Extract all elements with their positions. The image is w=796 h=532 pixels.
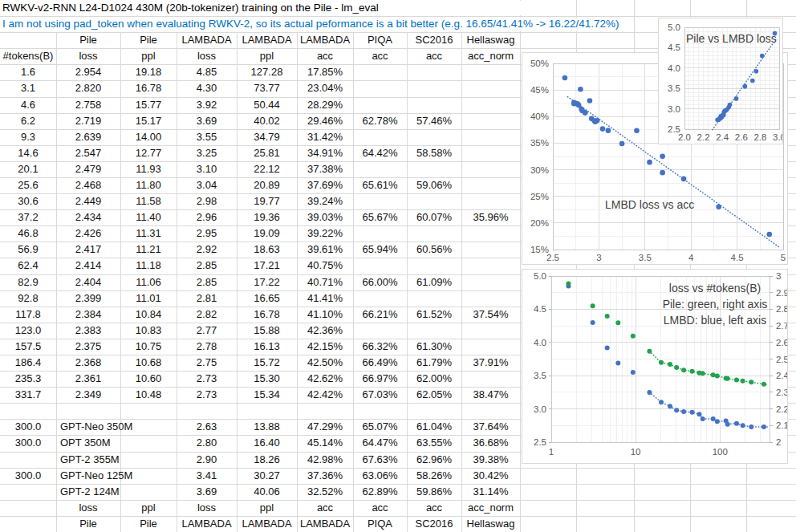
table-cell[interactable]: 123.0 — [0, 323, 56, 339]
table-cell[interactable]: 11.93 — [120, 161, 177, 177]
table-cell[interactable]: 16.13 — [237, 339, 297, 355]
table-cell[interactable]: 39.03% — [297, 209, 353, 225]
table-cell[interactable]: 28.29% — [297, 97, 353, 113]
table-cell[interactable]: 2.383 — [56, 323, 120, 339]
table-cell[interactable]: 2.820 — [56, 80, 120, 96]
table-cell[interactable]: 16.78 — [237, 307, 297, 323]
table-cell[interactable]: 3.55 — [177, 129, 237, 145]
table-cell[interactable]: 63.06% — [353, 468, 407, 484]
table-cell[interactable]: 42.98% — [297, 452, 353, 468]
table-cell[interactable]: 40.71% — [297, 274, 353, 290]
table-cell[interactable]: 11.06 — [120, 274, 177, 290]
table-cell[interactable]: 235.3 — [0, 371, 56, 387]
table-cell[interactable]: OPT 350M — [56, 435, 181, 451]
table-cell[interactable]: acc — [407, 48, 461, 64]
table-cell[interactable]: 3.10 — [177, 161, 237, 177]
table-cell[interactable]: 2.85 — [177, 274, 237, 290]
table-cell[interactable]: 11.21 — [120, 242, 177, 258]
table-cell[interactable]: 32.52% — [297, 484, 353, 500]
table-cell[interactable]: 2.719 — [56, 113, 120, 129]
table-cell[interactable]: 47.29% — [297, 419, 353, 435]
table-cell[interactable]: 82.9 — [0, 274, 56, 290]
table-cell[interactable]: 66.32% — [353, 339, 407, 355]
table-cell[interactable]: ppl — [237, 500, 297, 516]
table-cell[interactable]: 36.68% — [461, 435, 520, 451]
table-cell[interactable]: ppl — [237, 48, 297, 64]
table-cell[interactable]: 92.8 — [0, 290, 56, 307]
table-cell[interactable]: 34.91% — [297, 145, 353, 161]
table-cell[interactable]: #tokens(B) — [0, 48, 56, 64]
table-cell[interactable]: 1.6 — [0, 64, 56, 80]
chart-pile-vs-lmbd-loss[interactable]: 2.53.03.54.04.55.02.02.22.42.62.83.0Pile… — [658, 18, 783, 144]
table-cell[interactable]: 2.426 — [56, 225, 120, 242]
table-cell[interactable]: 157.5 — [0, 339, 56, 355]
table-cell[interactable]: 65.61% — [353, 177, 407, 193]
table-cell[interactable]: PIQA — [353, 32, 407, 48]
table-cell[interactable]: 30.42% — [461, 468, 520, 484]
table-cell[interactable]: 14.00 — [120, 129, 177, 145]
table-cell[interactable]: 60.07% — [407, 209, 461, 225]
table-cell[interactable]: 37.38% — [297, 161, 353, 177]
table-cell[interactable]: 300.0 — [0, 419, 56, 435]
table-cell[interactable]: 2.547 — [56, 145, 120, 161]
table-cell[interactable]: 25.6 — [0, 177, 56, 193]
table-cell[interactable]: LAMBADA — [177, 516, 237, 532]
table-cell[interactable]: LAMBADA — [237, 32, 297, 48]
table-cell[interactable]: 11.80 — [120, 177, 177, 193]
table-cell[interactable]: 42.42% — [297, 387, 353, 403]
table-cell[interactable]: 16.40 — [237, 435, 297, 451]
table-cell[interactable]: 3.41 — [177, 468, 237, 484]
table-cell[interactable]: 62.4 — [0, 258, 56, 274]
table-cell[interactable]: 300.0 — [0, 468, 56, 484]
table-cell[interactable]: 11.58 — [120, 193, 177, 209]
table-cell[interactable]: 2.95 — [177, 225, 237, 242]
table-cell[interactable]: 65.94% — [353, 242, 407, 258]
table-cell[interactable]: acc — [407, 500, 461, 516]
sheet-note-cell[interactable]: I am not using pad_token when evaluating… — [2, 16, 619, 32]
table-cell[interactable]: LAMBADA — [297, 32, 353, 48]
table-cell[interactable]: 42.15% — [297, 339, 353, 355]
table-cell[interactable]: 3.04 — [177, 177, 237, 193]
table-cell[interactable]: loss — [56, 48, 120, 64]
table-cell[interactable]: 62.89% — [353, 484, 407, 500]
table-cell[interactable]: 10.83 — [120, 323, 177, 339]
table-cell[interactable]: 63.55% — [407, 435, 461, 451]
table-cell[interactable]: 10.68 — [120, 355, 177, 371]
table-cell[interactable]: 42.62% — [297, 371, 353, 387]
table-cell[interactable]: 2.361 — [56, 371, 120, 387]
table-cell[interactable]: GPT-Neo 350M — [56, 419, 181, 435]
table-cell[interactable]: 2.384 — [56, 307, 120, 323]
table-cell[interactable]: 37.69% — [297, 177, 353, 193]
table-cell[interactable]: 64.47% — [353, 435, 407, 451]
table-cell[interactable]: 65.67% — [353, 209, 407, 225]
table-cell[interactable]: 3.69 — [177, 484, 237, 500]
table-cell[interactable]: 67.03% — [353, 387, 407, 403]
table-cell[interactable]: 10.75 — [120, 339, 177, 355]
table-cell[interactable]: 40.06 — [237, 484, 297, 500]
table-cell[interactable]: 10.60 — [120, 371, 177, 387]
table-cell[interactable]: 61.09% — [407, 274, 461, 290]
table-cell[interactable]: 58.26% — [407, 468, 461, 484]
table-cell[interactable]: 19.77 — [237, 193, 297, 209]
table-cell[interactable]: 11.40 — [120, 209, 177, 225]
table-cell[interactable]: 2.90 — [177, 452, 237, 468]
table-cell[interactable]: 15.34 — [237, 387, 297, 403]
table-cell[interactable]: 42.50% — [297, 355, 353, 371]
table-cell[interactable]: 31.14% — [461, 484, 520, 500]
table-cell[interactable]: 20.1 — [0, 161, 56, 177]
table-cell[interactable]: 61.30% — [407, 339, 461, 355]
table-cell[interactable]: 11.31 — [120, 225, 177, 242]
table-cell[interactable]: acc_norm — [461, 500, 520, 516]
table-cell[interactable]: 3.25 — [177, 145, 237, 161]
table-cell[interactable]: 41.41% — [297, 290, 353, 307]
table-cell[interactable]: GPT-2 355M — [56, 452, 181, 468]
table-cell[interactable]: 18.26 — [237, 452, 297, 468]
table-cell[interactable]: 4.6 — [0, 97, 56, 113]
table-cell[interactable]: 2.468 — [56, 177, 120, 193]
table-cell[interactable]: 62.78% — [353, 113, 407, 129]
table-cell[interactable]: 2.417 — [56, 242, 120, 258]
table-cell[interactable]: 18.63 — [237, 242, 297, 258]
table-cell[interactable]: 15.88 — [237, 323, 297, 339]
table-cell[interactable]: 2.85 — [177, 258, 237, 274]
table-cell[interactable]: Pile — [56, 32, 120, 48]
